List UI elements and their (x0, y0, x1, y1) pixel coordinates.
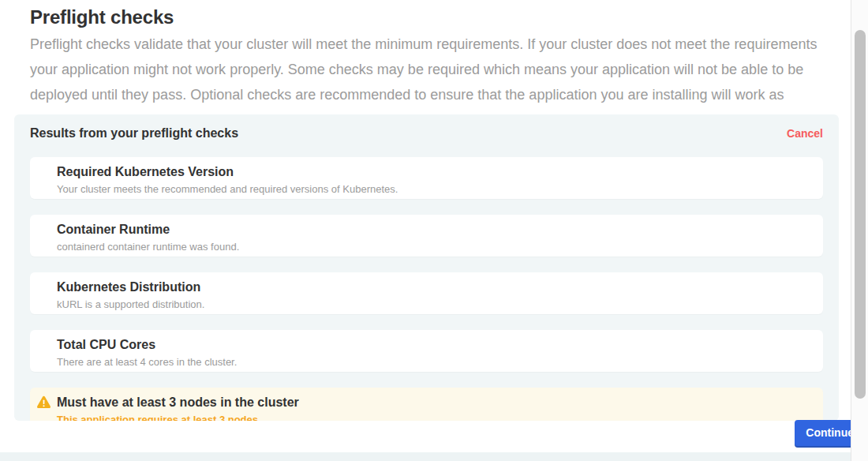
check-card-total-cpu-cores: Total CPU Cores There are at least 4 cor… (30, 330, 823, 372)
check-circle-icon (36, 222, 51, 237)
panel-title: Results from your preflight checks (30, 126, 238, 141)
footer-bar: Continue (0, 421, 868, 452)
check-title: Kubernetes Distribution (57, 279, 812, 294)
check-card-node-count-warning: Must have at least 3 nodes in the cluste… (30, 388, 823, 421)
page-title: Preflight checks (30, 6, 174, 28)
preflight-page: Preflight checks Preflight checks valida… (0, 0, 851, 461)
scrollbar-track[interactable] (851, 0, 868, 461)
check-circle-icon (36, 337, 51, 352)
check-card-kubernetes-version: Required Kubernetes Version Your cluster… (30, 157, 823, 199)
check-message: kURL is a supported distribution. (57, 298, 812, 310)
check-message: This application requires at least 3 nod… (57, 414, 812, 421)
check-card-kubernetes-distribution: Kubernetes Distribution kURL is a suppor… (30, 272, 823, 314)
warning-triangle-icon (36, 395, 51, 410)
check-message: containerd container runtime was found. (57, 241, 812, 253)
cancel-button[interactable]: Cancel (787, 127, 823, 140)
check-message: Your cluster meets the recommended and r… (57, 183, 812, 195)
check-title: Container Runtime (57, 222, 812, 237)
check-message: There are at least 4 cores in the cluste… (57, 356, 812, 368)
scrollbar-thumb[interactable] (855, 30, 866, 399)
bottom-divider-strip (0, 452, 851, 461)
check-card-container-runtime: Container Runtime containerd container r… (30, 215, 823, 257)
check-title: Required Kubernetes Version (57, 164, 812, 179)
check-title: Total CPU Cores (57, 337, 812, 352)
panel-header-row: Results from your preflight checks Cance… (30, 126, 823, 141)
check-circle-icon (36, 164, 51, 179)
preflight-results-panel: Results from your preflight checks Cance… (14, 114, 839, 421)
check-circle-icon (36, 279, 51, 294)
check-title: Must have at least 3 nodes in the cluste… (57, 395, 812, 410)
